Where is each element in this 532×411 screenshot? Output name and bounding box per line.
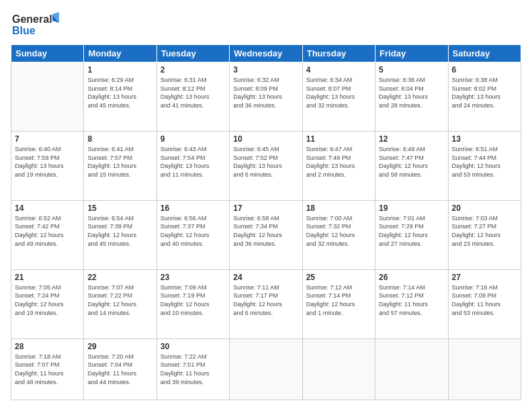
calendar-cell: 7Sunrise: 6:40 AMSunset: 7:59 PMDaylight… — [11, 131, 84, 200]
day-number: 9 — [161, 134, 226, 144]
day-number: 1 — [87, 65, 152, 75]
calendar-cell: 26Sunrise: 7:14 AMSunset: 7:12 PMDayligh… — [375, 269, 448, 338]
calendar-cell: 27Sunrise: 7:16 AMSunset: 7:09 PMDayligh… — [448, 269, 521, 338]
day-info: Sunrise: 6:41 AMSunset: 7:57 PMDaylight:… — [87, 145, 152, 179]
day-info: Sunrise: 6:40 AMSunset: 7:59 PMDaylight:… — [15, 145, 80, 179]
header: GeneralBlue — [11, 11, 521, 38]
day-number: 13 — [452, 134, 517, 144]
day-info: Sunrise: 6:49 AMSunset: 7:47 PMDaylight:… — [379, 145, 444, 179]
day-info: Sunrise: 6:47 AMSunset: 7:49 PMDaylight:… — [306, 145, 371, 179]
calendar-cell: 30Sunrise: 7:22 AMSunset: 7:01 PMDayligh… — [157, 338, 229, 400]
calendar-cell: 5Sunrise: 6:36 AMSunset: 8:04 PMDaylight… — [375, 62, 448, 132]
day-info: Sunrise: 6:31 AMSunset: 8:12 PMDaylight:… — [161, 76, 226, 109]
day-number: 22 — [87, 273, 152, 282]
calendar-cell: 15Sunrise: 6:54 AMSunset: 7:39 PMDayligh… — [84, 200, 157, 269]
calendar-cell: 18Sunrise: 7:00 AMSunset: 7:32 PMDayligh… — [302, 200, 375, 269]
day-info: Sunrise: 7:00 AMSunset: 7:32 PMDaylight:… — [306, 214, 371, 248]
calendar-cell: 28Sunrise: 7:18 AMSunset: 7:07 PMDayligh… — [11, 338, 84, 400]
day-info: Sunrise: 7:18 AMSunset: 7:07 PMDaylight:… — [15, 353, 80, 386]
calendar-day-header: Monday — [84, 45, 157, 62]
day-info: Sunrise: 7:09 AMSunset: 7:19 PMDaylight:… — [161, 283, 226, 317]
calendar-cell: 3Sunrise: 6:32 AMSunset: 8:09 PMDaylight… — [230, 62, 302, 132]
day-info: Sunrise: 7:14 AMSunset: 7:12 PMDaylight:… — [379, 283, 444, 317]
day-info: Sunrise: 6:43 AMSunset: 7:54 PMDaylight:… — [161, 145, 226, 179]
calendar-cell: 19Sunrise: 7:01 AMSunset: 7:29 PMDayligh… — [375, 200, 448, 269]
calendar-cell: 6Sunrise: 6:38 AMSunset: 8:02 PMDaylight… — [448, 62, 521, 132]
calendar-day-header: Saturday — [448, 45, 521, 62]
calendar-cell: 20Sunrise: 7:03 AMSunset: 7:27 PMDayligh… — [448, 200, 521, 269]
day-info: Sunrise: 6:29 AMSunset: 8:14 PMDaylight:… — [87, 76, 152, 109]
day-info: Sunrise: 6:52 AMSunset: 7:42 PMDaylight:… — [15, 214, 80, 248]
day-number: 28 — [15, 342, 80, 351]
calendar-cell: 11Sunrise: 6:47 AMSunset: 7:49 PMDayligh… — [302, 131, 375, 200]
calendar-cell: 24Sunrise: 7:11 AMSunset: 7:17 PMDayligh… — [230, 269, 302, 338]
calendar-cell: 12Sunrise: 6:49 AMSunset: 7:47 PMDayligh… — [375, 131, 448, 200]
day-info: Sunrise: 7:22 AMSunset: 7:01 PMDaylight:… — [161, 353, 226, 386]
calendar-cell: 29Sunrise: 7:20 AMSunset: 7:04 PMDayligh… — [84, 338, 157, 400]
calendar-day-header: Tuesday — [157, 45, 229, 62]
day-number: 19 — [379, 203, 444, 213]
day-info: Sunrise: 6:45 AMSunset: 7:52 PMDaylight:… — [233, 145, 298, 179]
day-number: 4 — [306, 65, 371, 75]
svg-text:General: General — [12, 13, 52, 25]
calendar-cell: 23Sunrise: 7:09 AMSunset: 7:19 PMDayligh… — [157, 269, 229, 338]
calendar-cell: 1Sunrise: 6:29 AMSunset: 8:14 PMDaylight… — [84, 62, 157, 132]
calendar-cell — [302, 338, 375, 400]
calendar-cell: 9Sunrise: 6:43 AMSunset: 7:54 PMDaylight… — [157, 131, 229, 200]
day-number: 20 — [452, 203, 517, 213]
day-info: Sunrise: 6:56 AMSunset: 7:37 PMDaylight:… — [161, 214, 226, 248]
calendar-cell: 17Sunrise: 6:58 AMSunset: 7:34 PMDayligh… — [230, 200, 302, 269]
day-number: 26 — [379, 273, 444, 282]
day-info: Sunrise: 7:20 AMSunset: 7:04 PMDaylight:… — [87, 353, 152, 386]
day-number: 8 — [87, 134, 152, 144]
day-number: 25 — [306, 273, 371, 282]
day-number: 27 — [452, 273, 517, 282]
calendar-table: SundayMondayTuesdayWednesdayThursdayFrid… — [11, 44, 521, 400]
calendar-cell — [448, 338, 521, 400]
day-info: Sunrise: 6:54 AMSunset: 7:39 PMDaylight:… — [87, 214, 152, 248]
calendar-header-row: SundayMondayTuesdayWednesdayThursdayFrid… — [11, 45, 521, 62]
calendar-cell — [230, 338, 302, 400]
day-info: Sunrise: 7:03 AMSunset: 7:27 PMDaylight:… — [452, 214, 517, 248]
day-info: Sunrise: 6:38 AMSunset: 8:02 PMDaylight:… — [452, 76, 517, 109]
svg-text:Blue: Blue — [12, 25, 36, 36]
day-info: Sunrise: 7:16 AMSunset: 7:09 PMDaylight:… — [452, 283, 517, 317]
day-number: 7 — [15, 134, 80, 144]
day-number: 3 — [233, 65, 298, 75]
day-number: 21 — [15, 273, 80, 282]
calendar-cell — [375, 338, 448, 400]
day-number: 17 — [233, 203, 298, 213]
day-number: 23 — [161, 273, 226, 282]
day-info: Sunrise: 6:34 AMSunset: 8:07 PMDaylight:… — [306, 76, 371, 109]
day-number: 11 — [306, 134, 371, 144]
day-number: 2 — [161, 65, 226, 75]
calendar-day-header: Friday — [375, 45, 448, 62]
day-number: 14 — [15, 203, 80, 213]
day-info: Sunrise: 7:12 AMSunset: 7:14 PMDaylight:… — [306, 283, 371, 317]
day-number: 30 — [161, 342, 226, 351]
calendar-day-header: Thursday — [302, 45, 375, 62]
day-number: 29 — [87, 342, 152, 351]
day-info: Sunrise: 7:05 AMSunset: 7:24 PMDaylight:… — [15, 283, 80, 317]
day-info: Sunrise: 6:58 AMSunset: 7:34 PMDaylight:… — [233, 214, 298, 248]
calendar-cell: 10Sunrise: 6:45 AMSunset: 7:52 PMDayligh… — [230, 131, 302, 200]
calendar-cell: 21Sunrise: 7:05 AMSunset: 7:24 PMDayligh… — [11, 269, 84, 338]
day-number: 6 — [452, 65, 517, 75]
calendar-day-header: Wednesday — [230, 45, 302, 62]
calendar-day-header: Sunday — [11, 45, 84, 62]
calendar-cell: 14Sunrise: 6:52 AMSunset: 7:42 PMDayligh… — [11, 200, 84, 269]
calendar-cell — [11, 62, 84, 132]
day-number: 15 — [87, 203, 152, 213]
day-number: 18 — [306, 203, 371, 213]
calendar-cell: 4Sunrise: 6:34 AMSunset: 8:07 PMDaylight… — [302, 62, 375, 132]
calendar-cell: 22Sunrise: 7:07 AMSunset: 7:22 PMDayligh… — [84, 269, 157, 338]
day-info: Sunrise: 7:11 AMSunset: 7:17 PMDaylight:… — [233, 283, 298, 317]
calendar-cell: 8Sunrise: 6:41 AMSunset: 7:57 PMDaylight… — [84, 131, 157, 200]
day-info: Sunrise: 6:32 AMSunset: 8:09 PMDaylight:… — [233, 76, 298, 109]
day-info: Sunrise: 6:51 AMSunset: 7:44 PMDaylight:… — [452, 145, 517, 179]
calendar-cell: 25Sunrise: 7:12 AMSunset: 7:14 PMDayligh… — [302, 269, 375, 338]
day-number: 24 — [233, 273, 298, 282]
day-number: 10 — [233, 134, 298, 144]
logo: GeneralBlue — [11, 11, 67, 38]
day-info: Sunrise: 6:36 AMSunset: 8:04 PMDaylight:… — [379, 76, 444, 109]
